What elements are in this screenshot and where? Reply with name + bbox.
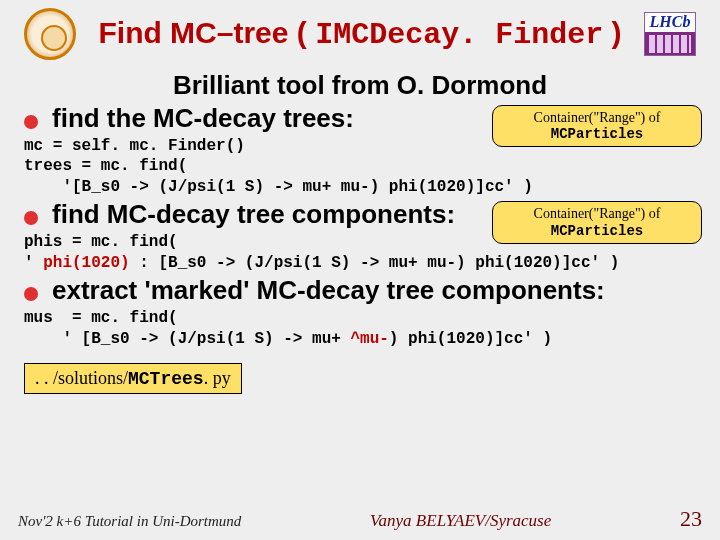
- footer: Nov'2 k+6 Tutorial in Uni-Dortmund Vanya…: [0, 506, 720, 532]
- callout-2-line1: Container("Range") of: [534, 206, 661, 221]
- title-row: Find MC–tree ( IMCDecay. Finder ) LHCb: [24, 8, 696, 60]
- callout-2-line2: MCParticles: [551, 223, 643, 239]
- callout-1-line2: MCParticles: [551, 126, 643, 142]
- bullet-3-text: extract 'marked' MC-decay tree component…: [52, 275, 696, 306]
- lhcb-logo-icon: LHCb: [644, 12, 696, 56]
- page-number: 23: [680, 506, 702, 532]
- bullet-1-row: find the MC-decay trees: Container("Rang…: [24, 103, 696, 134]
- code3-l1: mus = mc. find(: [24, 309, 178, 327]
- code2-l2a: ': [24, 254, 43, 272]
- filebox-suffix: . py: [204, 368, 231, 388]
- file-path-box: . . /solutions/MCTrees. py: [24, 363, 242, 394]
- bullet-dot-icon: [24, 211, 38, 225]
- bullet-3-row: extract 'marked' MC-decay tree component…: [24, 275, 696, 306]
- filebox-mono: MCTrees: [128, 369, 204, 389]
- code2-l2-hl: phi(1020): [43, 254, 129, 272]
- bullet-2-row: find MC-decay tree components: Container…: [24, 199, 696, 230]
- subtitle: Brilliant tool from O. Dormond: [24, 70, 696, 101]
- code1-l2: trees = mc. find(: [24, 157, 187, 175]
- code2-l2b: : [B_s0 -> (J/psi(1 S) -> mu+ mu-) phi(1…: [130, 254, 620, 272]
- title-mono: IMCDecay. Finder: [315, 18, 603, 52]
- code1-l3: '[B_s0 -> (J/psi(1 S) -> mu+ mu-) phi(10…: [24, 178, 533, 196]
- code3-l2b: ) phi(1020)]cc' ): [389, 330, 552, 348]
- footer-center: Vanya BELYAEV/Syracuse: [370, 511, 551, 531]
- bullet-dot-icon: [24, 115, 38, 129]
- code-block-3: mus = mc. find( ' [B_s0 -> (J/psi(1 S) -…: [24, 308, 696, 349]
- callout-1: Container("Range") of MCParticles: [492, 105, 702, 147]
- title-prefix: Find MC–tree (: [98, 16, 315, 49]
- code2-l1: phis = mc. find(: [24, 233, 178, 251]
- callout-1-line1: Container("Range") of: [534, 110, 661, 125]
- callout-2: Container("Range") of MCParticles: [492, 201, 702, 243]
- slide: Find MC–tree ( IMCDecay. Finder ) LHCb B…: [0, 0, 720, 540]
- filebox-prefix: . . /solutions/: [35, 368, 128, 388]
- title-suffix: ): [603, 16, 621, 49]
- university-seal-icon: [24, 8, 76, 60]
- slide-body: Brilliant tool from O. Dormond find the …: [24, 70, 696, 394]
- code3-l2-hl: ^mu-: [350, 330, 388, 348]
- slide-title: Find MC–tree ( IMCDecay. Finder ): [80, 16, 640, 52]
- code1-l1: mc = self. mc. Finder(): [24, 137, 245, 155]
- lhcb-label: LHCb: [650, 13, 691, 30]
- bullet-dot-icon: [24, 287, 38, 301]
- code3-l2a: ' [B_s0 -> (J/psi(1 S) -> mu+: [24, 330, 350, 348]
- footer-left: Nov'2 k+6 Tutorial in Uni-Dortmund: [18, 513, 241, 530]
